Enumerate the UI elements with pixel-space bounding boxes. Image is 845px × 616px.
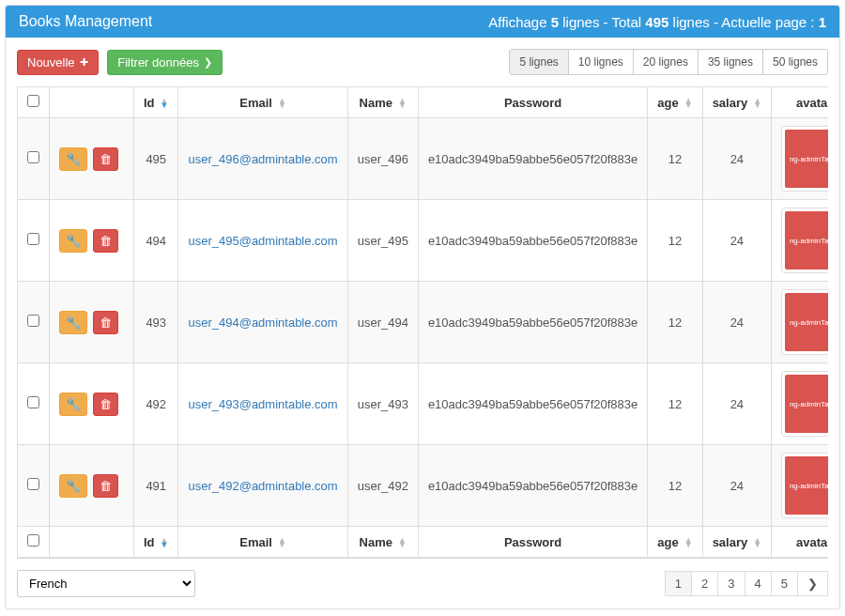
trash-icon: 🗑	[100, 397, 112, 411]
page-button[interactable]: 4	[745, 571, 772, 596]
cell-password: e10adc3949ba59abbe56e057f20f883e	[418, 282, 647, 363]
email-link[interactable]: user_492@admintable.com	[188, 479, 337, 493]
table-footer-row: Id▲▼ Email▲▼ Name▲▼ Password age▲▼ salar…	[18, 527, 829, 558]
sort-icon: ▲▼	[684, 99, 693, 108]
email-link[interactable]: user_495@admintable.com	[188, 234, 337, 248]
page-size-option[interactable]: 10 lignes	[569, 50, 634, 74]
col-age[interactable]: age▲▼	[648, 87, 702, 118]
row-checkbox[interactable]	[27, 315, 39, 327]
col-age-footer[interactable]: age▲▼	[648, 527, 702, 558]
row-checkbox[interactable]	[27, 478, 39, 490]
page-button[interactable]: 3	[717, 571, 745, 596]
col-email-footer[interactable]: Email▲▼	[178, 527, 347, 558]
trash-icon: 🗑	[100, 152, 112, 166]
cell-password: e10adc3949ba59abbe56e057f20f883e	[418, 118, 647, 200]
table-scroll[interactable]: Id▲▼ Email▲▼ Name▲▼ Password age▲▼ salar…	[17, 86, 828, 559]
cell-id: 491	[134, 445, 178, 527]
delete-button[interactable]: 🗑	[93, 393, 118, 416]
delete-button[interactable]: 🗑	[93, 474, 118, 498]
row-checkbox[interactable]	[27, 396, 39, 408]
sort-icon: ▲▼	[278, 538, 286, 547]
panel-header: Books Management Affichage 5 lignes - To…	[6, 6, 839, 38]
wrench-icon: 🔧	[66, 234, 81, 248]
email-link[interactable]: user_494@admintable.com	[188, 316, 337, 330]
plus-icon: ✚	[80, 56, 88, 69]
data-table: Id▲▼ Email▲▼ Name▲▼ Password age▲▼ salar…	[17, 86, 828, 558]
cell-name: user_495	[347, 200, 418, 282]
wrench-icon: 🔧	[66, 397, 81, 411]
page-size-option[interactable]: 50 lignes	[763, 50, 827, 74]
page-button[interactable]: 1	[665, 571, 692, 596]
select-all-checkbox[interactable]	[27, 95, 39, 107]
col-salary-footer[interactable]: salary▲▼	[702, 527, 772, 558]
edit-button[interactable]: 🔧	[59, 474, 87, 498]
filter-button[interactable]: Filtrer données ❯	[107, 50, 223, 75]
sort-icon: ▲▼	[753, 99, 761, 108]
cell-age: 12	[648, 282, 702, 363]
trash-icon: 🗑	[100, 316, 112, 330]
delete-button[interactable]: 🗑	[93, 311, 118, 334]
trash-icon: 🗑	[100, 479, 112, 493]
table-row: 🔧🗑493user_494@admintable.comuser_494e10a…	[18, 282, 829, 363]
chevron-right-icon: ❯	[204, 56, 212, 69]
avatar: ng-adminTable	[781, 289, 828, 355]
next-page-button[interactable]: ❯	[797, 571, 828, 596]
language-select[interactable]: French	[17, 570, 195, 597]
col-avatar: avatar	[772, 87, 828, 118]
email-link[interactable]: user_493@admintable.com	[188, 397, 337, 411]
edit-button[interactable]: 🔧	[59, 393, 87, 416]
cell-age: 12	[648, 118, 702, 200]
select-all-footer-checkbox[interactable]	[27, 534, 39, 547]
cell-password: e10adc3949ba59abbe56e057f20f883e	[418, 200, 647, 282]
table-row: 🔧🗑494user_495@admintable.comuser_495e10a…	[18, 200, 829, 282]
col-email[interactable]: Email▲▼	[178, 87, 347, 118]
cell-salary: 24	[702, 282, 772, 363]
page-size-option[interactable]: 20 lignes	[634, 50, 699, 74]
filter-button-label: Filtrer données	[117, 55, 199, 69]
col-name[interactable]: Name▲▼	[347, 87, 418, 118]
page-size-option[interactable]: 5 lignes	[510, 50, 568, 74]
sort-icon: ▲▼	[278, 99, 286, 108]
table-row: 🔧🗑492user_493@admintable.comuser_493e10a…	[18, 363, 829, 445]
sort-icon: ▲▼	[753, 538, 761, 547]
wrench-icon: 🔧	[66, 479, 81, 493]
table-row: 🔧🗑495user_496@admintable.comuser_496e10a…	[18, 118, 829, 200]
avatar: ng-adminTable	[781, 208, 828, 273]
page-button[interactable]: 5	[771, 571, 798, 596]
cell-age: 12	[648, 445, 702, 527]
col-id[interactable]: Id▲▼	[134, 87, 178, 118]
edit-button[interactable]: 🔧	[59, 311, 87, 334]
page-button[interactable]: 2	[691, 571, 718, 596]
cell-salary: 24	[702, 445, 772, 527]
col-avatar-footer: avatar	[772, 527, 828, 558]
cell-salary: 24	[702, 363, 772, 445]
edit-button[interactable]: 🔧	[59, 147, 87, 171]
page-size-group: 5 lignes10 lignes20 lignes35 lignes50 li…	[509, 49, 828, 75]
col-id-footer[interactable]: Id▲▼	[134, 527, 178, 558]
cell-id: 492	[134, 363, 178, 445]
email-link[interactable]: user_496@admintable.com	[188, 152, 337, 166]
cell-password: e10adc3949ba59abbe56e057f20f883e	[418, 445, 647, 527]
sort-icon: ▲▼	[684, 538, 693, 547]
delete-button[interactable]: 🗑	[93, 229, 118, 253]
page-title: Books Management	[19, 13, 152, 30]
cell-id: 494	[134, 200, 178, 282]
wrench-icon: 🔧	[66, 316, 81, 330]
wrench-icon: 🔧	[66, 152, 81, 166]
delete-button[interactable]: 🗑	[93, 147, 118, 171]
pagination: 12345❯	[666, 571, 828, 596]
row-checkbox[interactable]	[27, 151, 39, 163]
edit-button[interactable]: 🔧	[59, 229, 87, 253]
col-salary[interactable]: salary▲▼	[702, 87, 772, 118]
sort-icon: ▲▼	[161, 538, 169, 547]
sort-icon: ▲▼	[398, 538, 407, 547]
cell-id: 495	[134, 118, 178, 200]
cell-age: 12	[648, 200, 702, 282]
col-password: Password	[418, 87, 647, 118]
row-checkbox[interactable]	[27, 233, 39, 245]
col-name-footer[interactable]: Name▲▼	[347, 527, 418, 558]
avatar: ng-adminTable	[781, 126, 828, 192]
page-size-option[interactable]: 35 lignes	[699, 50, 763, 74]
new-button[interactable]: Nouvelle ✚	[17, 50, 99, 75]
sort-icon: ▲▼	[161, 99, 169, 108]
